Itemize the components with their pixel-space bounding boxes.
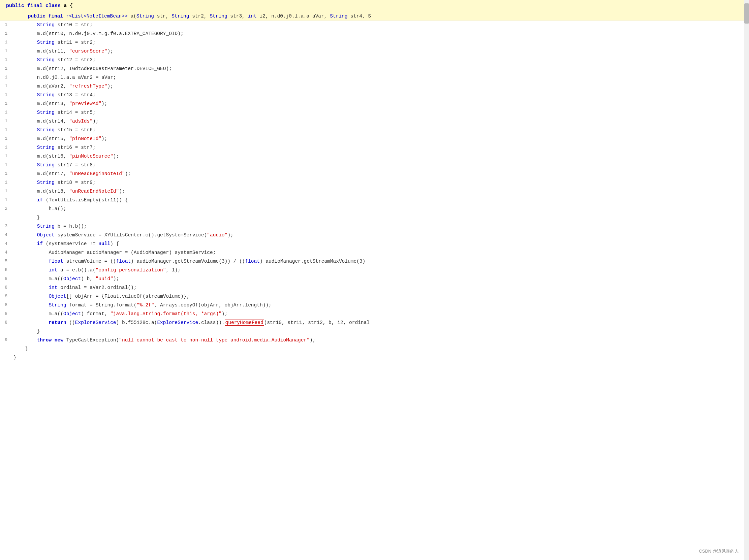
line-content: String str13 = str4; <box>11 91 749 99</box>
code-line: 1 String str18 = str9; <box>0 178 749 187</box>
code-line: 1 String str11 = str2; <box>0 38 749 47</box>
code-line: 3 String b = h.b(); <box>0 222 749 231</box>
line-content: m.d(str15, "pinNoteId"); <box>11 135 749 142</box>
line-num: 4 <box>0 240 11 247</box>
line-num: 8 <box>0 275 11 282</box>
line-content: Object systemService = XYUtilsCenter.c()… <box>11 231 749 239</box>
line-content: String str14 = str5; <box>11 109 749 116</box>
code-line: 1 m.d(str14, "adsIds"); <box>0 117 749 126</box>
code-line: } <box>0 327 749 336</box>
code-line: 8 String format = String.format("%.2f", … <box>0 301 749 310</box>
line-num: 1 <box>0 47 11 54</box>
line-num: 2 <box>0 205 11 212</box>
code-line: 1 m.d(str10, n.d0.j0.v.m.g.f0.a.EXTRA_CA… <box>0 30 749 38</box>
line-content: m.d(str17, "unReadBeginNoteId"); <box>11 170 749 177</box>
line-num <box>0 345 11 345</box>
line-num: 1 <box>0 187 11 195</box>
line-content: m.d(str12, IGdtAdRequestParameter.DEVICE… <box>11 65 749 72</box>
code-line: 1 m.d(str15, "pinNoteId"); <box>0 135 749 143</box>
code-line: 1 String str10 = str; <box>0 21 749 30</box>
line-num: 1 <box>0 170 11 177</box>
line-content: int ordinal = aVar2.ordinal(); <box>11 284 749 291</box>
line-content: String str16 = str7; <box>11 144 749 151</box>
line-num <box>3 13 14 13</box>
line-num: 8 <box>0 293 11 300</box>
code-line: } <box>0 345 749 354</box>
code-line: 1 String str17 = str8; <box>0 161 749 170</box>
line-num: 1 <box>0 196 11 203</box>
line-content: m.d(str11, "cursorScore"); <box>11 47 749 55</box>
line-num: 1 <box>0 74 11 81</box>
code-line: 8 m.a((Object) b, "uuid"); <box>0 275 749 284</box>
line-content: if (systemService != null) { <box>11 240 749 247</box>
line-content: m.d(str18, "unReadEndNoteId"); <box>11 187 749 195</box>
code-line: 2 h.a(); <box>0 205 749 214</box>
line-content: String str15 = str6; <box>11 126 749 134</box>
line-content: if (TextUtils.isEmpty(str11)) { <box>11 196 749 204</box>
code-line: 1 m.d(str16, "pinNoteSource"); <box>0 152 749 161</box>
line-content: float streamVolume = ((float) audioManag… <box>11 257 749 265</box>
line-content: AudioManager audioManager = (AudioManage… <box>11 249 749 256</box>
line-content: m.d(str16, "pinNoteSource"); <box>11 153 749 160</box>
line-num <box>0 328 11 328</box>
line-content: String str18 = str9; <box>11 179 749 186</box>
line-num: 1 <box>0 100 11 107</box>
code-line: 1 String str16 = str7; <box>0 143 749 152</box>
code-line: } <box>0 214 749 222</box>
line-content: } <box>11 214 749 221</box>
line-num: 1 <box>0 83 11 90</box>
code-line: 1 String str13 = str4; <box>0 91 749 100</box>
line-num: 6 <box>0 266 11 273</box>
line-content: String str10 = str; <box>11 21 749 29</box>
code-line: 4 AudioManager audioManager = (AudioMana… <box>0 248 749 257</box>
line-content: m.d(str14, "adsIds"); <box>11 117 749 125</box>
code-line: 8 Object[] objArr = {Float.valueOf(strea… <box>0 292 749 301</box>
line-num: 4 <box>0 249 11 256</box>
line-num: 1 <box>0 144 11 151</box>
line-content: m.a((Object) b, "uuid"); <box>11 275 749 283</box>
line-num: 1 <box>0 179 11 186</box>
vertical-scrollbar[interactable] <box>744 0 749 560</box>
line-content: } <box>11 345 749 353</box>
code-line: 8 m.a((Object) format, "java.lang.String… <box>0 310 749 318</box>
watermark: CSDN @追风暴的人 <box>699 548 739 555</box>
code-line: 1 m.d(str18, "unReadEndNoteId"); <box>0 187 749 196</box>
code-container: public final class a { public final r<Li… <box>0 0 749 560</box>
line-content: h.a(); <box>11 205 749 212</box>
code-body: 1 String str10 = str; 1 m.d(str10, n.d0.… <box>0 21 749 362</box>
line-content: int a = e.b().a("config_personalization"… <box>11 266 749 274</box>
line-num: 1 <box>0 56 11 63</box>
line-num: 1 <box>0 153 11 160</box>
class-header: public final class a { <box>0 0 749 12</box>
line-num: 1 <box>0 126 11 133</box>
line-num: 3 <box>0 223 11 230</box>
line-content: } <box>11 354 749 361</box>
code-line: 1 m.d(aVar2, "refreshType"); <box>0 82 749 91</box>
code-line: 1 String str15 = str6; <box>0 126 749 135</box>
line-num: 8 <box>0 310 11 317</box>
code-line: 5 float streamVolume = ((float) audioMan… <box>0 257 749 266</box>
code-line: 1 if (TextUtils.isEmpty(str11)) { <box>0 196 749 205</box>
line-num: 8 <box>0 319 11 326</box>
line-num: 1 <box>0 21 11 28</box>
line-content: String str12 = str3; <box>11 56 749 64</box>
line-content: n.d0.j0.l.a.a aVar2 = aVar; <box>11 74 749 81</box>
line-num: 5 <box>0 257 11 265</box>
code-line: } <box>0 354 749 362</box>
line-num: 1 <box>0 65 11 72</box>
line-num: 1 <box>0 109 11 116</box>
line-num: 9 <box>0 336 11 343</box>
line-content: m.d(aVar2, "refreshType"); <box>11 83 749 90</box>
code-line: 1 m.d(str11, "cursorScore"); <box>0 47 749 56</box>
code-line: 1 m.d(str12, IGdtAdRequestParameter.DEVI… <box>0 65 749 73</box>
line-num: 1 <box>0 39 11 46</box>
line-num: 8 <box>0 284 11 291</box>
line-content: m.d(str10, n.d0.j0.v.m.g.f0.a.EXTRA_CATE… <box>11 30 749 37</box>
code-line: 1 m.d(str13, "previewAd"); <box>0 100 749 108</box>
line-content: String format = String.format("%.2f", Ar… <box>11 301 749 309</box>
line-num: 1 <box>0 91 11 98</box>
line-num: 1 <box>0 161 11 169</box>
code-line: 1 String str12 = str3; <box>0 56 749 65</box>
line-content: String str11 = str2; <box>11 39 749 46</box>
scrollbar-thumb[interactable] <box>744 3 749 24</box>
